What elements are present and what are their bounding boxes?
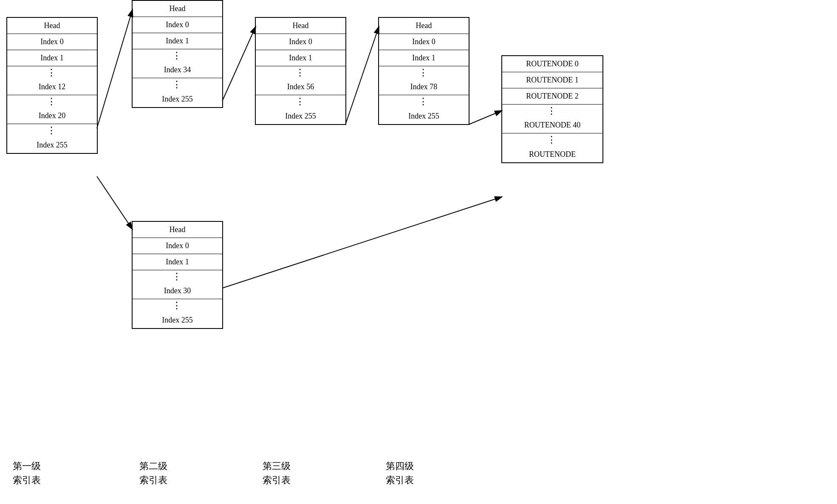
- l3a-index0: Index 0: [256, 34, 345, 50]
- table-level2b: Head Index 0 Index 1 ⋮ Index 30 ⋮ Index …: [132, 221, 223, 329]
- l3a-index56: Index 56: [256, 79, 345, 95]
- l2b-index0: Index 0: [133, 238, 222, 254]
- label-level3-line2: 索引表: [263, 473, 291, 487]
- l2a-index34: Index 34: [133, 62, 222, 78]
- routenode1: ROUTENODE 1: [502, 72, 602, 88]
- label-level2-line1: 第二级: [139, 459, 167, 473]
- l4a-head: Head: [379, 18, 469, 34]
- l2a-head: Head: [133, 1, 222, 17]
- label-level2-line2: 索引表: [139, 473, 167, 487]
- l4a-dots1: ⋮: [379, 66, 469, 79]
- l1-index20: Index 20: [7, 108, 97, 124]
- l1-index0: Index 0: [7, 34, 97, 50]
- l2a-index0: Index 0: [133, 17, 222, 33]
- l4a-index255: Index 255: [379, 108, 469, 124]
- table-level3a: Head Index 0 Index 1 ⋮ Index 56 ⋮ Index …: [255, 17, 346, 125]
- l1-index255: Index 255: [7, 137, 97, 153]
- l3a-head: Head: [256, 18, 345, 34]
- label-level2: 第二级 索引表: [139, 459, 167, 487]
- l2b-dots1: ⋮: [133, 270, 222, 283]
- l2a-dots2: ⋮: [133, 78, 222, 91]
- routenode2: ROUTENODE 2: [502, 88, 602, 105]
- label-level4-line1: 第四级: [386, 459, 414, 473]
- l4a-index78: Index 78: [379, 79, 469, 95]
- l3a-dots2: ⋮: [256, 95, 345, 108]
- l3a-dots1: ⋮: [256, 66, 345, 79]
- l2a-index255: Index 255: [133, 91, 222, 107]
- label-level4-line2: 索引表: [386, 473, 414, 487]
- l2b-index1: Index 1: [133, 254, 222, 270]
- table-level4a: Head Index 0 Index 1 ⋮ Index 78 ⋮ Index …: [378, 17, 469, 125]
- label-level1-line1: 第一级: [13, 459, 41, 473]
- l2b-index30: Index 30: [133, 283, 222, 299]
- routenode-dots2: ⋮: [502, 133, 602, 146]
- l4a-index1: Index 1: [379, 50, 469, 66]
- l2b-dots2: ⋮: [133, 299, 222, 312]
- label-level1: 第一级 索引表: [13, 459, 41, 487]
- table-routenodes: ROUTENODE 0 ROUTENODE 1 ROUTENODE 2 ⋮ RO…: [501, 55, 603, 163]
- arrow-l1-to-l2b: [97, 176, 133, 229]
- l3a-index255: Index 255: [256, 108, 345, 124]
- l1-dots2: ⋮: [7, 95, 97, 108]
- l3a-index1: Index 1: [256, 50, 345, 66]
- l4a-index0: Index 0: [379, 34, 469, 50]
- routenode0: ROUTENODE 0: [502, 56, 602, 72]
- arrow-l2a-to-l3a: [222, 26, 256, 101]
- routenode-dots1: ⋮: [502, 105, 602, 117]
- label-level3: 第三级 索引表: [263, 459, 291, 487]
- arrow-l4a-to-routenode2: [469, 110, 502, 125]
- l1-head: Head: [7, 18, 97, 34]
- l1-index12: Index 12: [7, 79, 97, 95]
- diagram-container: Head Index 0 Index 1 ⋮ Index 12 ⋮ Index …: [0, 0, 837, 504]
- l2a-dots1: ⋮: [133, 49, 222, 62]
- routenode-last: ROUTENODE: [502, 146, 602, 162]
- table-level1: Head Index 0 Index 1 ⋮ Index 12 ⋮ Index …: [6, 17, 98, 154]
- routenode40: ROUTENODE 40: [502, 117, 602, 133]
- label-level4: 第四级 索引表: [386, 459, 414, 487]
- l4a-dots2: ⋮: [379, 95, 469, 108]
- arrow-l1-to-l2a: [97, 9, 133, 128]
- arrow-l2b-to-routenode40: [222, 197, 502, 288]
- l1-dots3: ⋮: [7, 124, 97, 137]
- l2b-index255: Index 255: [133, 312, 222, 328]
- table-level2a: Head Index 0 Index 1 ⋮ Index 34 ⋮ Index …: [132, 0, 223, 108]
- label-level1-line2: 索引表: [13, 473, 41, 487]
- arrow-l3a-to-l4a: [345, 26, 379, 125]
- label-level3-line1: 第三级: [263, 459, 291, 473]
- l1-dots1: ⋮: [7, 66, 97, 79]
- l1-index1: Index 1: [7, 50, 97, 66]
- l2a-index1: Index 1: [133, 33, 222, 49]
- l2b-head: Head: [133, 222, 222, 238]
